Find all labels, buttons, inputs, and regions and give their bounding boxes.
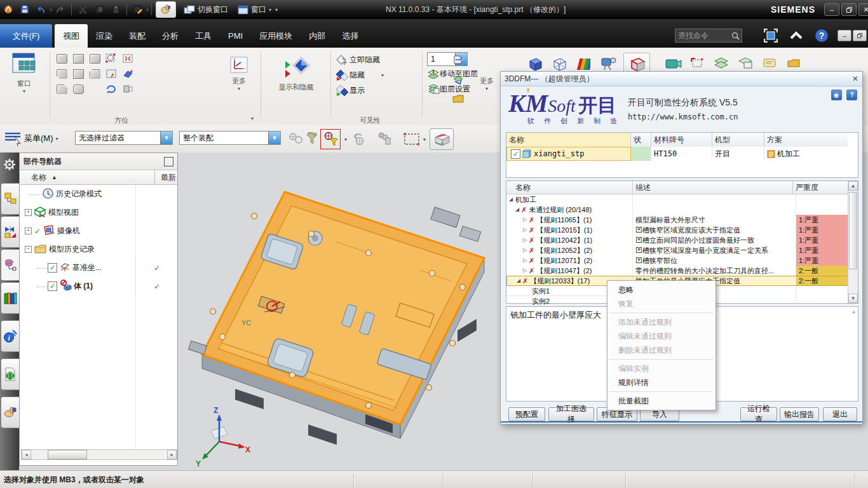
layer-stack2-icon[interactable] <box>734 54 757 72</box>
snap-filter-highlighted-icon[interactable] <box>320 129 341 149</box>
regenerate-icon[interactable] <box>120 82 135 96</box>
column-latest-label[interactable]: 最新 <box>161 172 176 183</box>
collapse-minus-icon[interactable]: − <box>25 246 32 253</box>
window-icon[interactable] <box>236 3 250 16</box>
copy-icon[interactable] <box>92 3 106 16</box>
tab-view[interactable]: 视图 <box>55 24 88 48</box>
hide-split-caret[interactable]: ▾ <box>381 72 384 78</box>
paste-icon[interactable] <box>109 3 123 16</box>
menu-item-batch-screenshot[interactable]: 批量截图 <box>607 394 715 408</box>
col-name[interactable]: 名称 <box>506 133 631 147</box>
fullscreen-icon[interactable] <box>763 28 779 43</box>
expand-plus-icon[interactable]: + <box>25 209 32 216</box>
history-tab[interactable] <box>1 396 19 428</box>
tab-select[interactable]: 选择 <box>334 24 367 48</box>
export-pdf-icon[interactable] <box>452 55 464 67</box>
shaded-workpiece-icon[interactable] <box>430 128 454 150</box>
tree-row-camera[interactable]: + ✓ 摄像机 <box>20 222 177 240</box>
fit-view-icon[interactable] <box>120 51 135 65</box>
filter-funnel-icon[interactable] <box>304 131 320 147</box>
restore-button[interactable] <box>841 3 857 16</box>
output-report-button[interactable]: 输出报告 <box>780 407 819 421</box>
tab-internal[interactable]: 内部 <box>301 24 334 48</box>
tab-tools[interactable]: 工具 <box>187 24 220 48</box>
gear-icon[interactable] <box>3 158 17 174</box>
rule-group-row[interactable]: ◢机加工 <box>506 194 858 205</box>
hide-item[interactable]: 隐藏 ▾ <box>336 67 419 83</box>
undo-icon[interactable] <box>34 3 48 16</box>
rules-table-header[interactable]: 名称 描述 严重度 <box>506 181 858 194</box>
orient-more-button[interactable]: 更多 ▾ <box>224 56 254 92</box>
tab-render[interactable]: 渲染 <box>88 24 121 48</box>
view-bottom-icon[interactable] <box>54 82 69 96</box>
tab-pmi[interactable]: PMI <box>220 24 251 48</box>
perspective-icon[interactable] <box>120 67 135 81</box>
scroll-left-arrow[interactable]: ◂ <box>22 450 31 459</box>
expander-collapsed-icon[interactable]: ▷ <box>522 255 528 266</box>
col-machine[interactable]: 机型 <box>712 133 764 147</box>
orient-group-dialog-caret[interactable]: ▾ <box>251 116 254 121</box>
show-item[interactable]: 显示 <box>336 83 419 98</box>
marquee-caret[interactable]: ▾ <box>423 137 426 142</box>
tree-row-body[interactable]: ✓ 体 (1) ✓ <box>20 277 177 295</box>
rule-row[interactable]: ▷✗【规则12071】(2) 凹槽狭窄部位 1:严重 <box>506 255 858 266</box>
tree-row-datum-csys[interactable]: ✓ 基准坐... ✓ <box>20 259 177 277</box>
scroll-up-arrow[interactable]: ▲ <box>848 181 858 191</box>
layer-stack-icon[interactable] <box>710 54 733 72</box>
reuse-library-tab[interactable] <box>1 282 19 314</box>
tab-application[interactable]: 应用模块 <box>251 24 301 48</box>
dialog-help-icon[interactable]: ? <box>846 90 857 100</box>
selection-filter-combo[interactable]: 无选择过滤器 ▼ <box>75 131 173 145</box>
switch-window-label[interactable]: 切换窗口 <box>198 4 228 15</box>
hd3d-tools-tab[interactable]: i <box>1 320 19 352</box>
help-icon[interactable]: ? <box>813 28 830 43</box>
expander-collapsed-icon[interactable]: ▷ <box>522 266 528 276</box>
chain-select-icon[interactable] <box>376 131 393 147</box>
expander-collapsed-icon[interactable]: ▷ <box>522 245 528 255</box>
doc-minimize-button[interactable]: – <box>837 30 851 41</box>
col-plan[interactable]: 方案 <box>764 133 848 147</box>
rules-col-name[interactable]: 名称 <box>506 181 632 194</box>
scroll-down-arrow[interactable]: ▼ <box>848 294 858 303</box>
selection-scope-combo[interactable]: 整个装配 ▼ <box>179 131 281 145</box>
rule-row[interactable]: ▷✗【规则12015】(1) 凹槽狭窄区域宽度应该大于指定值 1:严重 <box>506 225 858 235</box>
layer-visible-icon[interactable] <box>452 75 464 88</box>
checkbox-checked[interactable]: ✓ <box>48 281 57 291</box>
cut-icon[interactable] <box>76 3 90 16</box>
dialog-close-icon[interactable]: ✕ <box>852 74 858 83</box>
undo-dropdown-caret[interactable]: ▾ <box>50 7 52 13</box>
view-left-icon[interactable] <box>54 67 69 81</box>
window-dropdown-caret[interactable]: ▾ <box>269 7 271 13</box>
scrollbar-thumb[interactable] <box>849 192 857 269</box>
save-as-icon[interactable] <box>131 3 145 16</box>
folder-icon[interactable] <box>452 94 464 105</box>
parts-table-header[interactable]: 名称 状态 材料牌号 机型 方案 <box>506 133 858 147</box>
ribbon-more2-button[interactable]: 更多 ▾ <box>475 76 498 92</box>
view-right-icon[interactable] <box>71 67 86 81</box>
folder2-icon[interactable] <box>782 54 805 72</box>
view-top-icon[interactable] <box>87 51 102 65</box>
rule-row[interactable]: ▷✗【规则11047】(2) 零件的槽腔转角的大小决定加工刀具的直径... 2:… <box>506 266 858 276</box>
switch-window-icon[interactable] <box>182 3 196 16</box>
col-material[interactable]: 材料牌号 <box>651 133 712 147</box>
hide-immediately-item[interactable]: 立即隐藏 <box>336 52 419 67</box>
selection-filter-caret[interactable]: ▼ <box>160 132 172 144</box>
expander-collapsed-icon[interactable]: ▷ <box>522 215 528 225</box>
rule-row[interactable]: ▷✗【规则12042】(1) 凹槽立面间同层的小过渡圆角最好一致 1:严重 <box>506 235 858 245</box>
zoom-box-icon[interactable] <box>104 51 119 65</box>
checkbox-checked[interactable]: ✓ <box>48 263 57 273</box>
machining-face-select-button[interactable]: 加工面选择 <box>548 407 594 421</box>
navigator-column-header[interactable]: 名称 ▲ 最新 <box>20 170 177 185</box>
navigator-hscrollbar[interactable]: ◂ ▸ <box>21 449 177 460</box>
assembly-navigator-tab[interactable] <box>1 183 19 215</box>
tree-row-history-mode[interactable]: 历史记录模式 <box>20 185 177 203</box>
tab-analysis[interactable]: 分析 <box>154 24 187 48</box>
window-label[interactable]: 窗口 <box>251 4 266 15</box>
preconfig-button[interactable]: 预配置 <box>508 407 545 421</box>
view-front-icon[interactable] <box>71 51 86 65</box>
snapshot-icon[interactable] <box>687 54 709 72</box>
tab-file[interactable]: 文件(F) <box>0 24 52 48</box>
expander-collapsed-icon[interactable]: ▷ <box>522 235 528 245</box>
dfm-dialog-titlebar[interactable]: 3DDFM--- （超级管理员） ✕ <box>501 72 862 86</box>
show-hide-button[interactable]: 显示和隐藏 <box>266 55 327 92</box>
